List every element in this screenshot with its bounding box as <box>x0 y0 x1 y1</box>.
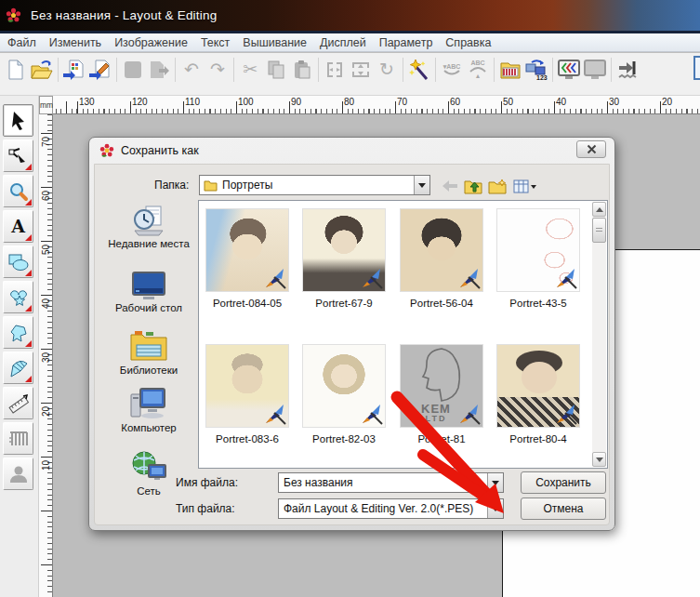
place-desktop[interactable]: Рабочий стол <box>100 271 197 315</box>
design-property-icon-disabled[interactable] <box>582 56 608 83</box>
save-icon-disabled[interactable] <box>120 56 146 83</box>
stitch-simulator-icon[interactable] <box>556 56 582 83</box>
ruler-label: 80 <box>344 97 354 107</box>
place-label: Недавние места <box>100 238 197 251</box>
file-name-input[interactable] <box>284 474 487 491</box>
toolbar-separator <box>552 58 553 82</box>
export-icon-disabled[interactable] <box>146 56 172 83</box>
ruler-label: 70 <box>397 97 407 107</box>
vertical-ruler: 70 60 50 40 30 20 10 <box>39 114 53 597</box>
cancel-button[interactable]: Отмена <box>521 498 606 520</box>
menu-image[interactable]: Изображение <box>114 36 188 49</box>
partial-toolbar-icon[interactable] <box>693 56 700 80</box>
ruler-label: 10 <box>41 457 51 475</box>
desktop-icon <box>130 271 167 300</box>
close-icon <box>587 144 597 154</box>
file-item[interactable]: KEMLTD Portret-81 <box>395 344 488 444</box>
file-name-label: Имя файла: <box>176 476 238 489</box>
new-folder-button[interactable] <box>486 176 508 196</box>
ruler-unit-box: mm <box>39 96 53 114</box>
menu-help[interactable]: Справка <box>445 36 491 49</box>
edit-image-icon[interactable] <box>87 56 113 83</box>
view-menu-button[interactable] <box>510 176 538 196</box>
measure-tool-button[interactable] <box>3 387 33 419</box>
point-edit-tool-button[interactable] <box>3 139 33 172</box>
text-arc-up-icon-disabled[interactable]: ABC▴ <box>465 56 491 83</box>
folder-combobox[interactable]: Портреты <box>199 175 430 195</box>
folder-dropdown-button[interactable] <box>414 176 429 194</box>
undo-icon-disabled[interactable]: ↶ <box>178 56 205 83</box>
place-computer[interactable]: Компьютер <box>100 387 197 435</box>
file-thumbnail <box>205 344 289 428</box>
new-document-icon[interactable] <box>3 56 29 83</box>
toolbar-separator <box>116 58 117 82</box>
portrait-tool-button[interactable] <box>3 458 33 490</box>
thread-palette-icon[interactable] <box>497 56 523 83</box>
file-type-label: Тип файла: <box>176 502 235 515</box>
stitch-attributes-tool-button[interactable] <box>3 422 33 455</box>
toolbar-separator <box>611 58 612 82</box>
place-network[interactable]: Сеть <box>100 450 197 498</box>
folder-label: Папка: <box>154 179 189 192</box>
rotate-icon-disabled[interactable]: ↻ <box>374 56 400 83</box>
file-item[interactable]: Portret-43-5 <box>492 208 585 309</box>
write-to-machine-icon[interactable] <box>614 56 641 83</box>
decorative-shapes-tool-button[interactable] <box>3 281 33 313</box>
file-item[interactable]: Portret-56-04 <box>395 208 488 309</box>
menu-sew[interactable]: Вышивание <box>243 36 307 49</box>
basic-shapes-tool-button[interactable] <box>3 245 33 278</box>
paste-icon-disabled[interactable] <box>289 56 315 83</box>
select-tool-button[interactable] <box>3 104 33 137</box>
text-tool-button[interactable]: A <box>3 210 33 243</box>
place-libraries[interactable]: Библиотеки <box>100 329 197 378</box>
file-name: Portret-43-5 <box>492 298 585 309</box>
import-image-icon[interactable] <box>61 56 87 83</box>
scroll-down-button[interactable] <box>592 452 606 467</box>
file-name-dropdown-button[interactable] <box>487 473 503 492</box>
dialog-flower-icon <box>99 143 114 158</box>
file-item[interactable]: Portret-67-9 <box>297 208 390 309</box>
open-file-icon[interactable] <box>29 56 55 83</box>
dialog-title-bar[interactable]: Сохранить как <box>89 138 614 164</box>
scroll-up-button[interactable] <box>592 202 606 217</box>
menu-edit[interactable]: Изменить <box>49 36 101 49</box>
file-item[interactable]: Portret-80-4 <box>492 344 585 444</box>
copy-icon-disabled[interactable] <box>263 56 289 83</box>
zoom-tool-button[interactable] <box>3 175 33 207</box>
magic-wand-icon[interactable] <box>406 56 432 83</box>
text-arc-down-icon-disabled[interactable]: ▾ABC <box>439 56 465 83</box>
menu-text[interactable]: Текст <box>201 36 230 49</box>
point-edit-icon <box>8 146 29 166</box>
text-tool-icon: A <box>11 218 25 235</box>
sewing-order-icon[interactable]: 123 <box>523 56 549 83</box>
place-recent[interactable]: Недавние места <box>100 203 197 251</box>
file-item[interactable]: Portret-084-05 <box>201 208 294 309</box>
back-button-disabled[interactable] <box>439 176 460 196</box>
pes-badge-icon <box>360 268 384 290</box>
pes-badge-icon <box>263 268 287 290</box>
menu-option[interactable]: Параметр <box>379 36 433 49</box>
outline-stitch-tool-button[interactable] <box>3 316 33 349</box>
scrollbar-thumb[interactable] <box>592 218 606 243</box>
redo-icon-disabled[interactable]: ↷ <box>205 56 231 83</box>
file-name: Portret-80-4 <box>492 433 585 444</box>
file-item[interactable]: Portret-083-6 <box>201 344 294 444</box>
menu-display[interactable]: Дисплей <box>320 36 366 49</box>
file-type-combobox[interactable]: Файл Layout & Editing Ver. 2.0(*.PES) <box>278 498 504 519</box>
file-name: Portret-084-05 <box>201 298 294 309</box>
flip-vertical-icon-disabled[interactable] <box>348 56 374 83</box>
view-menu-arrow <box>531 185 536 192</box>
network-icon <box>130 450 167 484</box>
file-name-combobox[interactable] <box>278 472 504 493</box>
cut-icon-disabled[interactable]: ✂ <box>237 56 263 83</box>
dialog-close-button[interactable] <box>576 140 606 158</box>
file-list-scrollbar[interactable] <box>592 202 606 467</box>
file-type-dropdown-button[interactable] <box>487 499 503 518</box>
folder-combobox-value: Портреты <box>222 179 414 192</box>
fan-stitch-tool-button[interactable] <box>3 352 33 384</box>
menu-file[interactable]: Файл <box>7 36 36 49</box>
flip-horizontal-icon-disabled[interactable] <box>322 56 348 83</box>
file-item[interactable]: Portret-82-03 <box>297 344 390 444</box>
up-one-level-button[interactable] <box>462 176 483 196</box>
save-button[interactable]: Сохранить <box>521 471 606 494</box>
